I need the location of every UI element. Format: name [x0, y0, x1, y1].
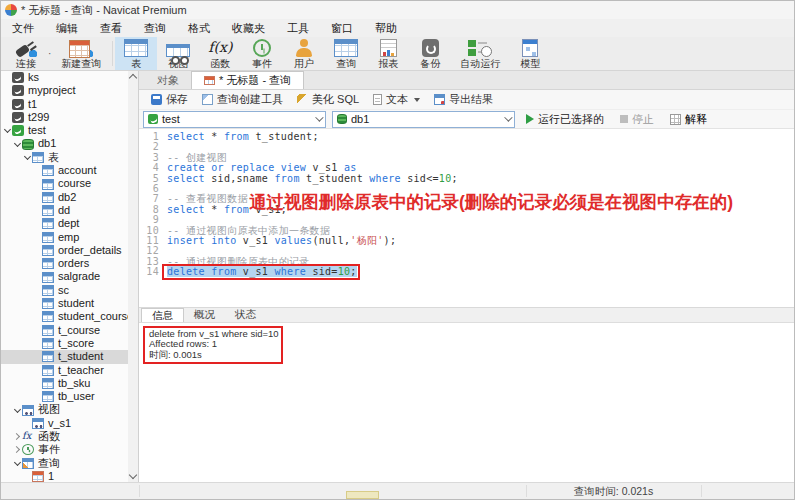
tree-closed-arrow-icon[interactable] [13, 432, 22, 441]
tree-item-tb_sku[interactable]: tb_sku [1, 377, 128, 390]
tree-item-db2[interactable]: db2 [1, 191, 128, 204]
menu-item-0[interactable]: 文件 [1, 21, 45, 36]
tree-item-1[interactable]: 1 [1, 470, 128, 482]
toolbar-item-event[interactable]: 事件 [241, 37, 283, 70]
connection-select[interactable]: test [143, 111, 326, 128]
menu-item-6[interactable]: 工具 [276, 21, 320, 36]
beautify-sql-button[interactable]: 美化 SQL [291, 91, 365, 109]
tree-item-t_score[interactable]: t_score [1, 337, 128, 350]
tree-item-emp[interactable]: emp [1, 231, 128, 244]
tree-open-arrow-icon[interactable] [13, 140, 22, 149]
tree-item-事件[interactable]: 事件 [1, 443, 128, 456]
sql-token: -- 创建视图 [167, 152, 227, 163]
database-select[interactable]: db1 [332, 111, 515, 128]
sql-editor[interactable]: 1select * from t_student;23-- 创建视图4creat… [139, 129, 794, 307]
menu-item-2[interactable]: 查看 [89, 21, 133, 36]
tree-item-函数[interactable]: 函数 [1, 430, 128, 443]
tree-item-查询[interactable]: 查询 [1, 457, 128, 470]
line-number: 14 [139, 267, 159, 277]
menu-item-8[interactable]: 帮助 [364, 21, 408, 36]
toolbar-item-query[interactable]: 查询 [325, 37, 367, 70]
tree-item-course[interactable]: course [1, 177, 128, 190]
tree-arrow-spacer [33, 246, 42, 255]
menu-item-7[interactable]: 窗口 [320, 21, 364, 36]
tab-objects[interactable]: 对象 [145, 71, 191, 89]
menu-item-4[interactable]: 格式 [177, 21, 221, 36]
sidebar-scrollbar[interactable] [128, 71, 138, 482]
tree-item-表[interactable]: 表 [1, 151, 128, 164]
tree-item-label: db2 [58, 191, 76, 204]
menu-item-3[interactable]: 查询 [133, 21, 177, 36]
tree-item-student_course[interactable]: student_course [1, 310, 128, 323]
tree-item-label: t299 [28, 111, 49, 124]
menu-item-1[interactable]: 编辑 [45, 21, 89, 36]
toolbar-item-new-query[interactable]: 新建查询 [52, 37, 110, 70]
chevron-down-icon[interactable] [414, 98, 420, 102]
scroll-up-icon[interactable] [129, 74, 137, 82]
tree-item-ks[interactable]: ks [1, 71, 128, 84]
tree-open-arrow-icon[interactable] [13, 459, 22, 468]
query-builder-button[interactable]: 查询创建工具 [196, 91, 289, 109]
scroll-down-icon[interactable] [129, 471, 137, 479]
toolbar-item-function[interactable]: 函数 [199, 37, 241, 70]
tree-item-label: t_student [58, 350, 103, 363]
toolbar-item-user[interactable]: 用户 [283, 37, 325, 70]
tree-item-v_s1[interactable]: v_s1 [1, 417, 128, 430]
explain-button[interactable]: 解释 [665, 112, 712, 127]
toolbar-item-connect[interactable]: 连接 [5, 37, 47, 70]
main-toolbar: 连接·新建查询表视图函数事件用户查询报表备份自动运行模型 [1, 37, 794, 71]
tree-item-t_teacher[interactable]: t_teacher [1, 364, 128, 377]
tree-item-order_details[interactable]: order_details [1, 244, 128, 257]
result-tab-1[interactable]: 概况 [184, 308, 225, 322]
tree-item-label: db1 [38, 137, 56, 150]
toolbar-item-label: 连接 [16, 58, 36, 69]
tree-item-account[interactable]: account [1, 164, 128, 177]
tree-item-t_course[interactable]: t_course [1, 324, 128, 337]
toolbar-item-automation[interactable]: 自动运行 [451, 37, 509, 70]
tree-item-dept[interactable]: dept [1, 217, 128, 230]
tree-arrow-spacer [33, 233, 42, 242]
stop-button[interactable]: 停止 [615, 112, 659, 127]
tree-item-sc[interactable]: sc [1, 284, 128, 297]
toolbar-item-view[interactable]: 视图 [157, 37, 199, 70]
tree-item-label: t_course [58, 324, 100, 337]
save-button[interactable]: 保存 [145, 91, 194, 109]
play-icon [526, 114, 534, 124]
tree-open-arrow-icon[interactable] [23, 153, 32, 162]
event-icon [253, 39, 271, 57]
toolbar-item-backup[interactable]: 备份 [409, 37, 451, 70]
tree-item-tb_user[interactable]: tb_user [1, 390, 128, 403]
tree-item-test[interactable]: test [1, 124, 128, 137]
tree-item-t_student[interactable]: t_student [1, 350, 128, 363]
tree-item-student[interactable]: student [1, 297, 128, 310]
result-tab-0[interactable]: 信息 [141, 308, 184, 322]
tree-item-t1[interactable]: t1 [1, 98, 128, 111]
sql-token: ); [384, 235, 397, 246]
tree-closed-arrow-icon[interactable] [13, 445, 22, 454]
tree-open-arrow-icon[interactable] [3, 126, 12, 135]
sql-token: * [205, 131, 224, 142]
text-button[interactable]: 文本 [367, 91, 426, 109]
tree-item-salgrade[interactable]: salgrade [1, 270, 128, 283]
tree-item-orders[interactable]: orders [1, 257, 128, 270]
toolbar-item-table[interactable]: 表 [115, 37, 157, 70]
tree-item-视图[interactable]: 视图 [1, 403, 128, 416]
sql-token: ; [452, 173, 458, 184]
export-result-button[interactable]: 导出结果 [428, 91, 499, 109]
run-selected-button[interactable]: 运行已选择的 [521, 112, 609, 127]
editor-line: 2 [139, 142, 794, 152]
tree-item-myproject[interactable]: myproject [1, 84, 128, 97]
tree-item-dd[interactable]: dd [1, 204, 128, 217]
tab-query[interactable]: * 无标题 - 查询 [191, 71, 304, 89]
menu-item-5[interactable]: 收藏夹 [221, 21, 276, 36]
tree-item-t299[interactable]: t299 [1, 111, 128, 124]
toolbar-item-report[interactable]: 报表 [367, 37, 409, 70]
tree-open-arrow-icon[interactable] [13, 406, 22, 415]
result-tab-bar: 信息概况状态 [139, 307, 794, 323]
tree-item-db1[interactable]: db1 [1, 137, 128, 150]
connection-icon [12, 72, 24, 83]
toolbar-item-model[interactable]: 模型 [509, 37, 551, 70]
tree-arrow-spacer [33, 339, 42, 348]
result-tab-2[interactable]: 状态 [225, 308, 266, 322]
table-icon [124, 39, 148, 57]
